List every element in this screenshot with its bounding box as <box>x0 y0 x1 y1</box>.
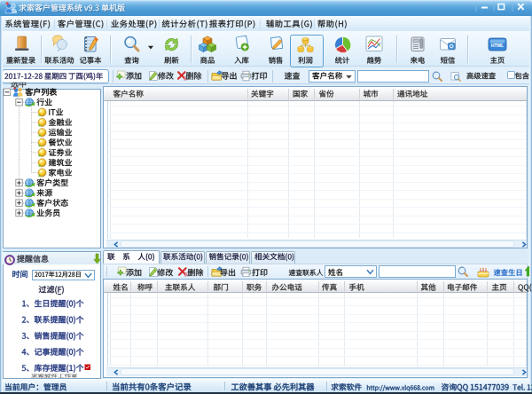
svg-text:HTML: HTML <box>491 43 505 48</box>
